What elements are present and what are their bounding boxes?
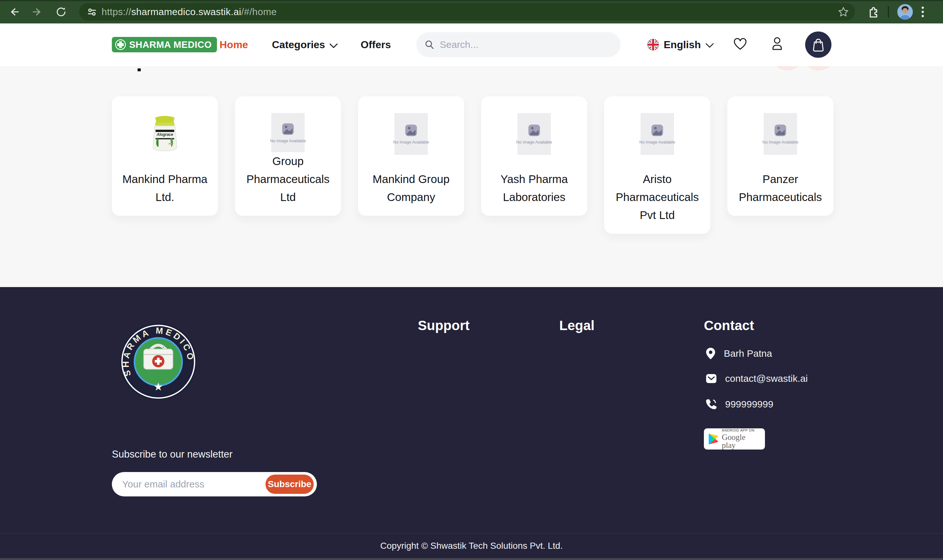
brand-name: Mankind Group Company <box>361 170 461 206</box>
contact-email-row[interactable]: contact@swastik.ai <box>706 373 808 384</box>
brand-card[interactable]: No Image Available Panzer Pharmaceutical… <box>727 96 833 216</box>
brands-section: Alograce Mankind Pharma Ltd. No Image Av… <box>0 66 943 287</box>
medical-cross-icon <box>115 39 126 50</box>
site-header: SHARMA MEDICO Home Categories Offers Eng… <box>0 23 943 66</box>
newsletter-email-input[interactable] <box>122 479 265 490</box>
brand-name: Aristo Pharmaceuticals Pvt Ltd <box>607 170 708 224</box>
url-scheme: https:// <box>102 6 131 17</box>
brand-name: Group Pharmaceuticals Ltd <box>238 152 338 206</box>
extensions-puzzle-icon[interactable] <box>866 5 879 18</box>
browser-back-icon[interactable] <box>7 5 21 19</box>
google-play-icon <box>708 433 719 445</box>
footer-column-legal: Legal <box>559 318 594 333</box>
newsletter-form: Subscribe <box>112 472 317 497</box>
brand-name: Panzer Pharmaceuticals <box>730 170 831 206</box>
carousel-prev-button[interactable] <box>772 66 803 71</box>
contact-address: Barh Patna <box>724 348 772 359</box>
browser-reload-icon[interactable] <box>54 5 68 19</box>
search-input[interactable] <box>440 39 612 50</box>
image-placeholder-icon <box>281 122 295 136</box>
carousel-next-button[interactable] <box>803 66 834 71</box>
language-selector[interactable]: English <box>647 36 714 53</box>
language-label: English <box>664 39 701 51</box>
url-text: https://sharmamedico.swastik.ai/#/home <box>102 6 277 17</box>
svg-text:Alograce: Alograce <box>156 132 173 137</box>
no-image-label: No Image Available <box>393 140 429 145</box>
uk-flag-icon <box>647 38 659 51</box>
chrome-menu-icon[interactable] <box>920 5 925 18</box>
svg-text:★: ★ <box>153 380 163 393</box>
nav-item-offers[interactable]: Offers <box>361 39 391 51</box>
nav-item-categories[interactable]: Categories <box>272 39 338 51</box>
no-image-placeholder: No Image Available <box>271 113 305 152</box>
google-play-text: ANDROID APP ON Google play <box>722 429 761 449</box>
bookmark-star-icon[interactable] <box>838 6 849 18</box>
browser-chrome: https://sharmamedico.swastik.ai/#/home <box>0 0 943 23</box>
wishlist-heart-icon[interactable] <box>733 38 747 51</box>
image-placeholder-icon <box>404 124 418 137</box>
footer: SHARMA MEDICO ★ Support Legal Contact Ba… <box>0 287 943 560</box>
phone-icon <box>706 399 717 410</box>
section-heading-fragment <box>137 68 141 71</box>
no-image-label: No Image Available <box>639 140 675 145</box>
image-placeholder-icon <box>651 124 664 137</box>
image-placeholder-icon <box>528 124 541 137</box>
profile-avatar[interactable] <box>897 4 913 20</box>
url-path: /#/home <box>241 6 277 17</box>
no-image-placeholder: No Image Available <box>394 113 428 155</box>
address-bar[interactable]: https://sharmamedico.swastik.ai/#/home <box>79 3 855 20</box>
cart-button[interactable] <box>805 31 832 58</box>
nav-categories-label: Categories <box>272 39 325 51</box>
brand-cards-row: Alograce Mankind Pharma Ltd. No Image Av… <box>112 96 833 234</box>
google-play-line2: Google play <box>722 433 761 449</box>
newsletter-title: Subscribe to our newsletter <box>112 449 233 460</box>
contact-phone: 999999999 <box>725 399 773 410</box>
footer-column-contact: Contact <box>704 318 754 333</box>
copyright-bar: Copyright © Shwastik Tech Solutions Pvt.… <box>0 533 943 558</box>
subscribe-button[interactable]: Subscribe <box>265 475 314 494</box>
contact-email: contact@swastik.ai <box>725 373 808 384</box>
google-play-line1: ANDROID APP ON <box>722 429 761 432</box>
no-image-label: No Image Available <box>762 140 798 145</box>
chevron-down-icon <box>329 43 338 48</box>
site-permissions-icon[interactable] <box>87 7 97 17</box>
product-jar-image: Alograce <box>146 113 184 155</box>
footer-logo-badge: SHARMA MEDICO ★ <box>119 322 198 401</box>
site-logo[interactable]: SHARMA MEDICO <box>112 37 217 52</box>
account-person-icon[interactable] <box>771 36 784 51</box>
no-image-label: No Image Available <box>516 140 552 145</box>
nav-item-home[interactable]: Home <box>219 39 248 51</box>
image-placeholder-icon <box>773 124 787 137</box>
brand-name: Yash Pharma Laboratories <box>484 170 585 206</box>
brand-card[interactable]: No Image Available Yash Pharma Laborator… <box>481 96 587 216</box>
brand-card[interactable]: Alograce Mankind Pharma Ltd. <box>112 96 218 216</box>
location-pin-icon <box>706 348 715 360</box>
no-image-placeholder: No Image Available <box>517 113 551 155</box>
chevron-down-icon <box>705 43 714 48</box>
no-image-placeholder: No Image Available <box>764 113 797 155</box>
url-host: sharmamedico.swastik.ai <box>131 6 241 17</box>
search-bar[interactable] <box>416 32 620 57</box>
no-image-label: No Image Available <box>270 138 306 143</box>
logo-wordmark: SHARMA MEDICO <box>129 40 212 50</box>
no-image-placeholder: No Image Available <box>640 113 674 155</box>
brand-card[interactable]: No Image Available Group Pharmaceuticals… <box>235 96 341 216</box>
google-play-badge[interactable]: ANDROID APP ON Google play <box>704 428 765 449</box>
contact-address-row: Barh Patna <box>706 348 772 360</box>
brand-name: Mankind Pharma Ltd. <box>114 170 215 206</box>
window-bottom-edge <box>0 558 943 560</box>
chrome-divider <box>888 6 889 18</box>
copyright-text: Copyright © Shwastik Tech Solutions Pvt.… <box>380 541 563 551</box>
contact-phone-row[interactable]: 999999999 <box>706 399 773 410</box>
brand-card[interactable]: No Image Available Aristo Pharmaceutical… <box>604 96 710 234</box>
search-icon <box>424 39 435 50</box>
shopping-bag-icon <box>812 38 825 52</box>
browser-forward-icon[interactable] <box>30 5 44 19</box>
email-icon <box>706 374 717 383</box>
brand-card[interactable]: No Image Available Mankind Group Company <box>358 96 464 216</box>
footer-column-support: Support <box>418 318 469 333</box>
